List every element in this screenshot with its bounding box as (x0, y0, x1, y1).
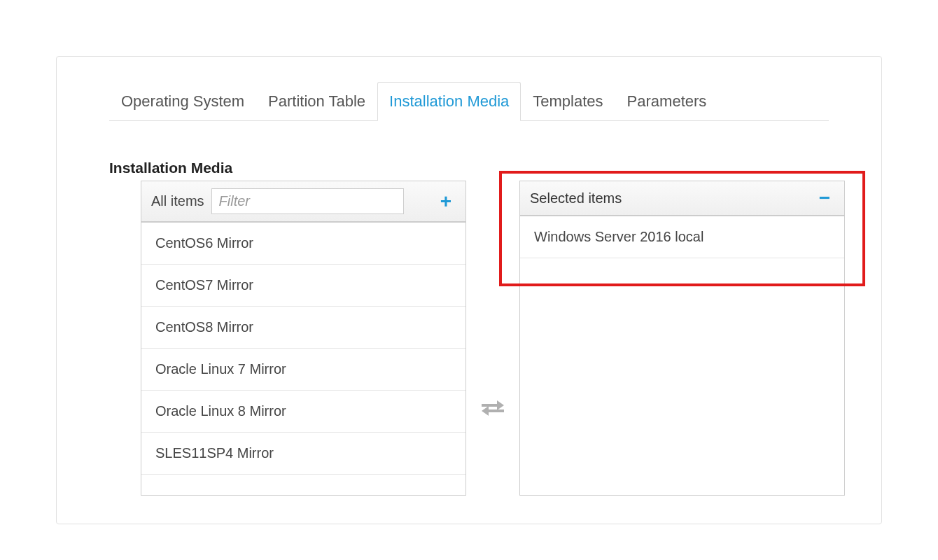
config-panel: Operating System Partition Table Install… (56, 56, 882, 524)
multiselect: All items + CentOS6 Mirror CentOS7 Mirro… (85, 181, 853, 496)
list-item[interactable]: Oracle Linux 7 Mirror (141, 349, 465, 391)
selected-header-label: Selected items (530, 190, 622, 206)
minus-icon: − (819, 187, 830, 209)
available-listbox: All items + CentOS6 Mirror CentOS7 Mirro… (141, 181, 466, 496)
swap-icon (482, 400, 504, 416)
tab-installation-media[interactable]: Installation Media (377, 82, 521, 121)
section-title: Installation Media (109, 160, 853, 176)
list-item[interactable]: Oracle Linux 8 Mirror (141, 391, 465, 433)
plus-icon: + (440, 190, 451, 212)
list-item[interactable]: CentOS7 Mirror (141, 265, 465, 307)
tab-bar: Operating System Partition Table Install… (109, 81, 829, 121)
selected-listbox: Selected items − Windows Server 2016 loc… (519, 181, 845, 496)
tab-templates[interactable]: Templates (521, 82, 615, 121)
filter-input[interactable] (211, 188, 404, 214)
available-header-label: All items (151, 193, 204, 209)
tab-parameters[interactable]: Parameters (615, 82, 719, 121)
remove-all-button[interactable]: − (815, 188, 834, 208)
list-item[interactable]: CentOS6 Mirror (141, 223, 465, 265)
list-item[interactable]: CentOS8 Mirror (141, 307, 465, 349)
list-item[interactable]: SLES11SP4 Mirror (141, 433, 465, 475)
tab-operating-system[interactable]: Operating System (109, 82, 256, 121)
selected-header: Selected items − (520, 181, 844, 216)
tab-partition-table[interactable]: Partition Table (256, 82, 377, 121)
available-items: CentOS6 Mirror CentOS7 Mirror CentOS8 Mi… (141, 223, 465, 475)
list-item[interactable]: Windows Server 2016 local (520, 216, 844, 258)
add-all-button[interactable]: + (436, 192, 456, 211)
available-header: All items + (141, 181, 465, 223)
selected-items: Windows Server 2016 local (520, 216, 844, 258)
